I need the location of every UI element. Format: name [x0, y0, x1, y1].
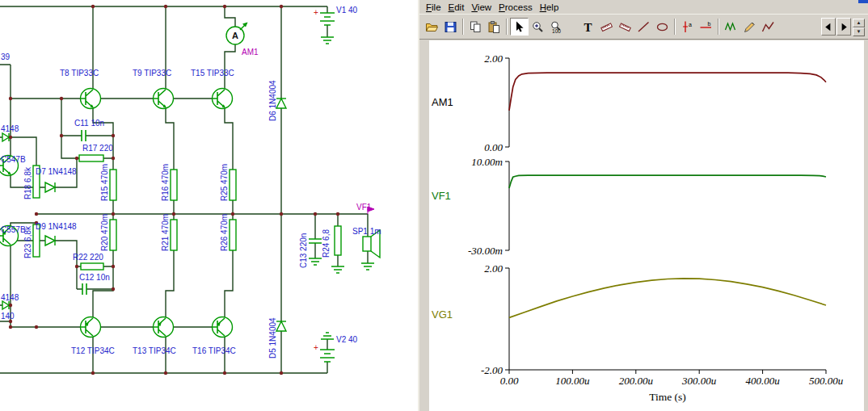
component-label: 4148 — [1, 124, 19, 133]
cursor-b-button[interactable]: b — [697, 18, 715, 36]
component-label: C11 10n — [74, 119, 104, 128]
component-label: VF1 — [356, 203, 372, 212]
component-label: D6 1N4004 — [268, 80, 277, 121]
open-icon — [425, 20, 439, 34]
component-label: C12 10n — [79, 273, 110, 282]
signal-tool-button[interactable] — [722, 18, 740, 36]
diagram-window: FileEditViewProcessHelp 100Tab ▲ ▼ 2.000… — [418, 0, 868, 411]
arrow-right-button[interactable] — [836, 18, 851, 36]
ruler-a-icon — [600, 20, 613, 34]
component-label: D9 1N4148 — [36, 222, 77, 231]
toolbar-right-group: ▲ ▼ — [820, 18, 865, 36]
cursor-a-icon: a — [680, 20, 694, 34]
spinner-down-button[interactable]: ▼ — [853, 27, 865, 36]
toolbar-right-buttons — [820, 18, 851, 36]
component-label: R22 220 — [73, 253, 103, 262]
svg-text:T: T — [584, 20, 592, 33]
component-label: C13 220n — [299, 233, 308, 268]
arrow-left-icon — [822, 20, 835, 34]
ruler-b-button[interactable] — [616, 18, 634, 36]
toolbar-separator — [718, 19, 719, 35]
toolbar-spinner: ▲ ▼ — [853, 19, 865, 35]
y-axis-min-label: -30.00m — [468, 245, 503, 257]
component-label: R15 470m — [100, 164, 109, 201]
arrow-right-icon — [837, 20, 850, 34]
arrow-left-button[interactable] — [821, 18, 836, 36]
component-label: R21 470m — [161, 214, 170, 251]
y-axis-max-label: 2.00 — [484, 262, 503, 275]
zoom-in-button[interactable] — [529, 18, 547, 36]
vg1-curve — [509, 279, 826, 318]
component-label: T12 TIP34C — [71, 346, 115, 355]
menu-item-edit[interactable]: Edit — [449, 2, 472, 13]
polyline-tool-icon — [761, 20, 775, 34]
menu-item-help[interactable]: Help — [540, 2, 567, 13]
zoom-in-icon — [531, 20, 545, 34]
cursor-icon — [512, 20, 526, 34]
schematic-panel: V1 40+AM1AT8 TIP33CT9 TIP33CT15 TIP33CD6… — [0, 0, 418, 411]
menu-bar: FileEditViewProcessHelp — [419, 0, 868, 14]
x-axis-tick-label: 0.00 — [500, 375, 519, 387]
zoom-100-button[interactable]: 100 — [547, 18, 566, 36]
component-label: T8 TIP33C — [60, 69, 99, 78]
cursor-a-button[interactable]: a — [678, 18, 697, 36]
x-axis-tick-label: 400.00u — [745, 375, 780, 387]
component-label: V1 40 — [336, 6, 358, 15]
component-label: 4148 — [1, 293, 19, 302]
y-axis-max-label: 2.00 — [484, 52, 503, 65]
signal-label-vg1: VG1 — [432, 308, 453, 321]
text-tool-button[interactable]: T — [579, 18, 597, 36]
component-label: C557B — [1, 225, 26, 234]
waveform-plot-area[interactable]: 2.000.00AM110.00m-30.00mVF12.00-2.00VG10… — [429, 40, 866, 411]
component-label: R16 470m — [161, 164, 170, 201]
zoom-100-icon: 100 — [550, 20, 563, 34]
x-axis-title: Time (s) — [649, 391, 686, 403]
toolbar-separator — [462, 19, 464, 35]
component-label: C547B — [1, 155, 26, 164]
ruler-b-icon — [618, 20, 632, 34]
x-axis-tick-label: 500.00u — [809, 375, 844, 387]
component-label: SP1 1m — [352, 227, 381, 236]
toolbar: 100Tab ▲ ▼ — [419, 14, 868, 40]
toolbar-gap — [566, 27, 579, 27]
component-label: T13 TIP34C — [133, 346, 176, 355]
schematic-canvas[interactable]: V1 40+AM1AT8 TIP33CT9 TIP33CT15 TIP33CD6… — [0, 0, 418, 411]
text-tool-icon: T — [581, 20, 595, 34]
spinner-up-button[interactable]: ▲ — [853, 19, 865, 27]
open-button[interactable] — [423, 18, 441, 36]
component-label: R23 6,8k — [23, 225, 32, 258]
plot-client-area: 2.000.00AM110.00m-30.00mVF12.00-2.00VG10… — [429, 40, 864, 411]
ellipse-tool-button[interactable] — [653, 18, 672, 36]
component-label: V2 40 — [336, 335, 358, 344]
component-label: + — [314, 343, 318, 352]
save-button[interactable] — [441, 18, 460, 36]
y-axis-min-label: 0.00 — [484, 141, 503, 153]
component-label: R26 470m — [220, 214, 229, 251]
ruler-a-button[interactable] — [597, 18, 616, 36]
component-label: AM1 — [242, 48, 259, 57]
ellipse-tool-icon — [655, 20, 669, 34]
copy-button[interactable] — [466, 18, 485, 36]
menu-item-view[interactable]: View — [471, 2, 499, 13]
menu-item-file[interactable]: File — [426, 2, 449, 13]
signal-label-vf1: VF1 — [432, 190, 451, 202]
paste-button[interactable] — [485, 18, 504, 36]
component-label: 39 — [1, 52, 11, 61]
copy-icon — [469, 20, 482, 34]
component-label: R17 220 — [82, 144, 113, 153]
component-label: R20 470m — [100, 214, 109, 251]
paste-icon — [487, 20, 501, 34]
polyline-tool-button[interactable] — [759, 18, 777, 36]
line-tool-icon — [637, 20, 651, 34]
pen-tool-button[interactable] — [740, 18, 759, 36]
am1-curve — [509, 73, 826, 111]
line-tool-button[interactable] — [634, 18, 653, 36]
component-label: R24 6,8 — [322, 229, 331, 258]
menu-item-process[interactable]: Process — [499, 2, 540, 13]
svg-text:a: a — [689, 22, 692, 27]
cursor-b-icon: b — [699, 20, 713, 34]
pen-tool-icon — [743, 20, 756, 34]
component-label: D5 1N4004 — [268, 317, 277, 359]
cursor-button[interactable] — [510, 18, 529, 36]
component-label: D7 1N4148 — [36, 167, 77, 176]
